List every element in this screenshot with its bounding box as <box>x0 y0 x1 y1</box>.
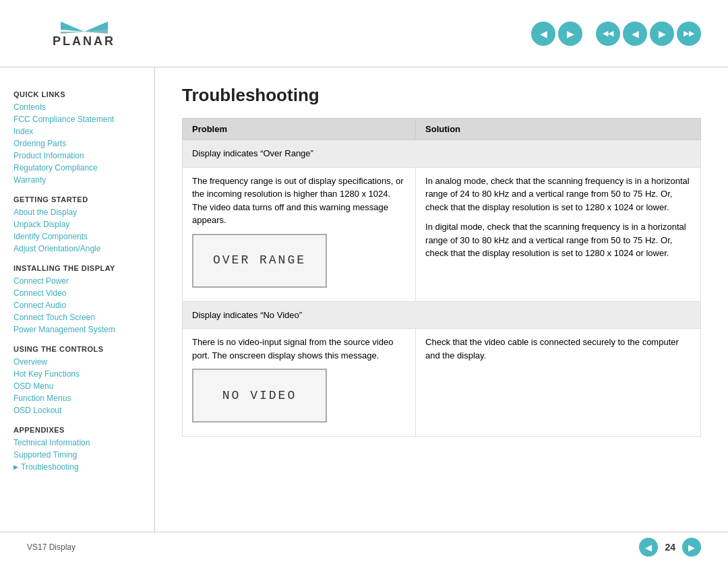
sidebar-item-product-info[interactable]: Product Information <box>13 150 154 162</box>
no-video-display: NO VIDEO <box>192 369 327 423</box>
page-title: Troubleshooting <box>182 85 701 106</box>
col-problem: Problem <box>183 119 416 140</box>
table-row: Display indicates “Over Range” <box>183 140 701 168</box>
sidebar-item-power-mgmt[interactable]: Power Management System <box>13 323 154 336</box>
sidebar-item-index[interactable]: Index <box>13 125 154 137</box>
no-video-header: Display indicates “No Video” <box>183 301 701 329</box>
header: PLANAR ◀ ▶ ◀◀ ◀ ▶ ▶▶ <box>0 0 728 67</box>
main-layout: Quick Links Contents FCC Compliance Stat… <box>0 67 728 532</box>
sidebar-item-connect-power[interactable]: Connect Power <box>13 275 154 287</box>
sidebar-item-connect-touch[interactable]: Connect Touch Screen <box>13 311 154 323</box>
first-button[interactable]: ◀◀ <box>596 22 620 46</box>
over-range-header: Display indicates “Over Range” <box>183 140 701 168</box>
footer-navigation: ◀ 24 ▶ <box>639 538 701 557</box>
sidebar-item-adjust[interactable]: Adjust Orientation/Angle <box>13 243 154 255</box>
no-video-solution: Check that the video cable is connected … <box>416 329 701 437</box>
footer-page-number: 24 <box>665 542 675 553</box>
sidebar: Quick Links Contents FCC Compliance Stat… <box>0 67 155 532</box>
getting-started-title: Getting Started <box>13 195 154 204</box>
no-video-problem: There is no video-input signal from the … <box>183 329 416 437</box>
back-button[interactable]: ◀ <box>623 22 647 46</box>
logo-area: PLANAR <box>40 15 128 52</box>
sidebar-item-timing[interactable]: Supported Timing <box>13 449 154 461</box>
svg-text:PLANAR: PLANAR <box>53 34 115 48</box>
sidebar-item-overview[interactable]: Overview <box>13 356 154 368</box>
over-range-problem: The frequency range is out of display sp… <box>183 167 416 301</box>
planar-logo: PLANAR <box>40 15 128 52</box>
nav-group: ◀◀ ◀ ▶ ▶▶ <box>596 22 701 46</box>
sidebar-item-ordering[interactable]: Ordering Parts <box>13 137 154 150</box>
sidebar-item-regulatory[interactable]: Regulatory Compliance <box>13 162 154 174</box>
footer-next-button[interactable]: ▶ <box>682 538 701 557</box>
sidebar-item-troubleshooting[interactable]: Troubleshooting <box>13 461 154 473</box>
content-area: Troubleshooting Problem Solution Display… <box>155 67 728 532</box>
table-row: The frequency range is out of display sp… <box>183 167 701 301</box>
sidebar-item-identify[interactable]: Identify Components <box>13 230 154 243</box>
prev-next-group: ◀ ▶ <box>531 22 582 46</box>
installing-title: Installing the Display <box>13 264 154 272</box>
navigation-buttons: ◀ ▶ ◀◀ ◀ ▶ ▶▶ <box>531 22 701 46</box>
sidebar-item-osd-lockout[interactable]: OSD Lockout <box>13 404 154 416</box>
table-row: Display indicates “No Video” <box>183 301 701 329</box>
controls-title: Using the Controls <box>13 345 154 353</box>
last-button[interactable]: ▶▶ <box>677 22 701 46</box>
appendixes-title: Appendixes <box>13 426 154 434</box>
sidebar-item-technical[interactable]: Technical Information <box>13 437 154 449</box>
sidebar-item-function-menus[interactable]: Function Menus <box>13 392 154 404</box>
troubleshooting-table: Problem Solution Display indicates “Over… <box>182 118 701 437</box>
sidebar-item-connect-video[interactable]: Connect Video <box>13 287 154 299</box>
footer-model: VS17 Display <box>27 542 75 552</box>
svg-marker-1 <box>61 32 84 34</box>
sidebar-item-about[interactable]: About the Display <box>13 206 154 218</box>
sidebar-item-connect-audio[interactable]: Connect Audio <box>13 299 154 311</box>
over-range-solution: In analog mode, check that the scanning … <box>416 167 701 301</box>
over-range-display: OVER RANGE <box>192 234 327 288</box>
svg-marker-0 <box>61 22 84 32</box>
next-button[interactable]: ▶ <box>558 22 582 46</box>
sidebar-item-hot-key[interactable]: Hot Key Functions <box>13 368 154 380</box>
quick-links-title: Quick Links <box>13 90 154 98</box>
sidebar-item-fcc[interactable]: FCC Compliance Statement <box>13 113 154 125</box>
sidebar-item-unpack[interactable]: Unpack Display <box>13 218 154 230</box>
footer-prev-button[interactable]: ◀ <box>639 538 658 557</box>
sidebar-item-warranty[interactable]: Warranty <box>13 174 154 186</box>
sidebar-item-osd-menu[interactable]: OSD Menu <box>13 380 154 392</box>
footer: VS17 Display ◀ 24 ▶ <box>0 532 728 562</box>
col-solution: Solution <box>416 119 701 140</box>
forward-button[interactable]: ▶ <box>650 22 674 46</box>
prev-button[interactable]: ◀ <box>531 22 555 46</box>
table-row: There is no video-input signal from the … <box>183 329 701 437</box>
sidebar-item-contents[interactable]: Contents <box>13 101 154 113</box>
